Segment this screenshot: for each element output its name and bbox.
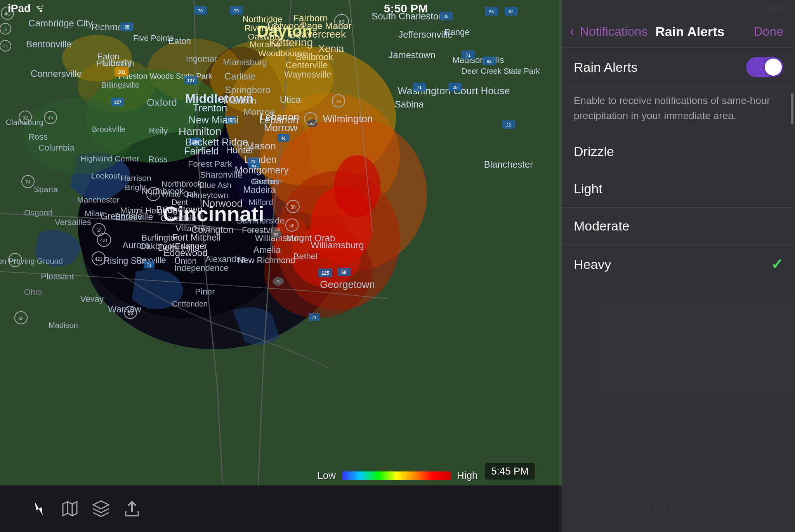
svg-text:421: 421	[11, 258, 19, 263]
heavy-option-label: Heavy	[574, 257, 771, 272]
svg-text:52: 52	[96, 228, 102, 233]
svg-text:Jeffersonville: Jeffersonville	[398, 29, 453, 40]
svg-text:Pleasant: Pleasant	[41, 272, 74, 281]
svg-text:Finneytown: Finneytown	[186, 191, 228, 199]
svg-text:Osgood: Osgood	[24, 208, 53, 217]
wifi-icon	[35, 5, 46, 12]
rain-alerts-toggle-row[interactable]: Rain Alerts	[562, 48, 795, 87]
svg-text:Independence: Independence	[174, 263, 228, 273]
svg-text:Fairfield: Fairfield	[184, 146, 219, 156]
rain-alerts-toggle[interactable]	[746, 57, 783, 77]
settings-panel: ‹ Notifications Rain Alerts Done Rain Al…	[562, 0, 795, 532]
svg-text:35: 35	[453, 85, 457, 90]
svg-text:125: 125	[321, 270, 329, 276]
svg-text:32: 32	[274, 232, 278, 237]
map-icon[interactable]	[54, 493, 85, 524]
option-row-heavy[interactable]: Heavy ✓	[562, 245, 795, 284]
option-row-drizzle[interactable]: Drizzle	[562, 133, 795, 170]
svg-text:52: 52	[23, 115, 28, 121]
option-row-light[interactable]: Light	[562, 170, 795, 208]
rain-alerts-description: Enable to receive notifications of same-…	[562, 87, 795, 133]
svg-text:421: 421	[100, 238, 108, 243]
svg-text:New Miami: New Miami	[189, 114, 239, 126]
svg-text:50: 50	[289, 223, 295, 229]
svg-text:Bentonville: Bentonville	[26, 39, 71, 49]
svg-text:71: 71	[251, 159, 255, 164]
svg-text:Ross: Ross	[28, 132, 48, 142]
svg-text:56: 56	[128, 310, 133, 316]
svg-text:68: 68	[341, 270, 347, 275]
svg-text:Batesville: Batesville	[115, 212, 153, 222]
svg-text:127: 127	[114, 100, 122, 105]
svg-text:101: 101	[118, 69, 125, 75]
svg-text:74: 74	[25, 180, 31, 185]
svg-text:Sparta: Sparta	[34, 185, 58, 194]
location-icon[interactable]	[23, 493, 54, 524]
svg-text:Centerville: Centerville	[286, 60, 328, 70]
svg-text:Utica: Utica	[280, 94, 301, 105]
svg-text:127: 127	[187, 78, 195, 83]
low-label: Low	[317, 470, 336, 482]
svg-text:Miamisburg: Miamisburg	[223, 57, 267, 67]
svg-text:Madison: Madison	[49, 321, 78, 329]
svg-text:3: 3	[4, 27, 7, 32]
svg-text:Summerside: Summerside	[236, 216, 284, 225]
svg-text:Lookout: Lookout	[91, 171, 120, 180]
svg-text:Ohio: Ohio	[24, 287, 42, 297]
svg-text:35: 35	[124, 24, 130, 30]
svg-text:Hamilton: Hamilton	[179, 125, 221, 137]
svg-text:Madeira: Madeira	[243, 185, 275, 195]
time-label: 5:50 PM	[384, 2, 428, 15]
svg-text:Versailles: Versailles	[55, 217, 91, 227]
svg-text:68: 68	[339, 19, 344, 25]
svg-text:Bethel: Bethel	[293, 251, 318, 261]
svg-text:Highland Center: Highland Center	[80, 154, 139, 163]
svg-text:Aurora: Aurora	[122, 240, 149, 250]
panel-content: Rain Alerts Enable to receive notificati…	[562, 48, 795, 532]
svg-text:Brookville: Brookville	[92, 125, 126, 133]
svg-text:9: 9	[277, 279, 279, 284]
svg-text:Waynesville: Waynesville	[284, 69, 332, 80]
svg-point-230	[40, 10, 42, 12]
svg-text:Carlisle: Carlisle	[224, 71, 255, 81]
svg-text:Hueston Woods State Park: Hueston Woods State Park	[119, 72, 213, 80]
svg-text:Sabina: Sabina	[395, 99, 424, 109]
notifications-nav-link[interactable]: Notifications	[580, 24, 647, 39]
svg-text:73: 73	[336, 99, 341, 104]
drizzle-option-label: Drizzle	[574, 144, 783, 159]
svg-text:Hunter: Hunter	[226, 145, 254, 155]
svg-text:Trenton: Trenton	[193, 102, 227, 114]
option-row-moderate[interactable]: Moderate	[562, 208, 795, 245]
svg-text:50: 50	[290, 204, 296, 210]
svg-text:Blanchester: Blanchester	[484, 159, 533, 170]
svg-text:Oxford: Oxford	[147, 97, 177, 108]
svg-text:Villa Hills: Villa Hills	[176, 224, 210, 233]
status-left: iPad	[8, 2, 46, 15]
svg-text:Crittenden: Crittenden	[172, 300, 208, 308]
svg-point-15	[334, 155, 380, 217]
svg-text:Franklin: Franklin	[223, 95, 256, 106]
done-button[interactable]: Done	[754, 24, 784, 39]
svg-text:Columbia: Columbia	[38, 143, 75, 152]
moderate-option-label: Moderate	[574, 218, 783, 234]
svg-text:71: 71	[417, 85, 422, 90]
svg-text:Wilmington: Wilmington	[323, 113, 373, 125]
svg-text:Madison Mills: Madison Mills	[452, 55, 504, 65]
svg-text:Vevay: Vevay	[80, 294, 104, 304]
svg-text:Monroe: Monroe	[243, 107, 275, 117]
heavy-checkmark: ✓	[771, 256, 783, 273]
svg-text:Amelia: Amelia	[253, 245, 281, 255]
share-icon[interactable]	[116, 493, 148, 524]
svg-text:Forest Park: Forest Park	[188, 159, 233, 169]
svg-text:Jamestown: Jamestown	[388, 50, 435, 60]
back-chevron-icon[interactable]: ‹	[570, 23, 575, 40]
svg-text:275: 275	[150, 192, 157, 197]
layers-icon[interactable]	[85, 493, 116, 524]
svg-text:Manchester: Manchester	[77, 195, 120, 204]
svg-text:Jefferson Proving Ground: Jefferson Proving Ground	[0, 257, 63, 265]
map-time-display: 5:45 PM	[485, 463, 535, 480]
light-option-label: Light	[574, 181, 783, 196]
svg-text:Dent: Dent	[172, 198, 188, 206]
precipitation-legend: Low High	[317, 470, 477, 482]
carrier-label: iPad	[8, 2, 31, 15]
